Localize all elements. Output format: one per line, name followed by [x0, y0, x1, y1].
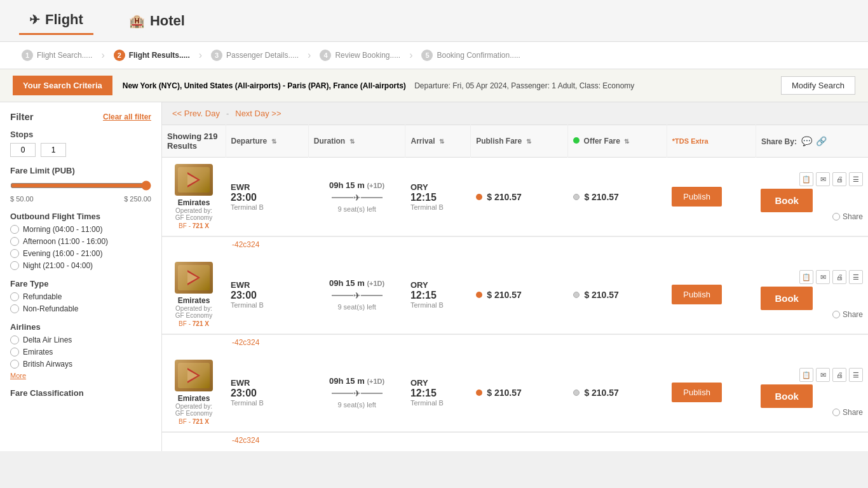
arrival-sort-icon[interactable]: ⇅ — [439, 138, 444, 145]
share-icon-list-1[interactable]: ☰ — [849, 270, 863, 284]
stops-max-input[interactable] — [41, 143, 66, 157]
publish-button-2[interactable]: Publish — [672, 383, 722, 402]
step-3[interactable]: 3 Passenger Details..... — [202, 47, 308, 64]
time-night-radio[interactable] — [10, 261, 19, 270]
next-day-link[interactable]: Next Day >> — [235, 109, 281, 118]
duration-sort-icon[interactable]: ⇅ — [349, 138, 355, 145]
fare-classification-section: Fare Classification — [10, 388, 151, 398]
plane-icon-2: ✈ — [353, 388, 361, 398]
airline-delta[interactable]: Delta Air Lines — [10, 336, 151, 344]
share-radio-row-0[interactable]: Share — [761, 212, 863, 221]
flight-tab[interactable]: ✈ Flight — [19, 6, 93, 35]
fare-refundable-radio[interactable] — [10, 292, 19, 301]
offer-dot-0 — [573, 194, 580, 200]
book-button-2[interactable]: Book — [761, 384, 813, 408]
main-layout: Filter Clear all filter Stops Fare Limit… — [0, 102, 868, 451]
share-icon-print-2[interactable]: 🖨 — [832, 368, 846, 382]
col-departure-label: Departure — [231, 137, 268, 146]
time-morning[interactable]: Morning (04:00 - 11:00) — [10, 225, 151, 234]
share-icon-copy-0[interactable]: 📋 — [799, 172, 813, 186]
publish-button-1[interactable]: Publish — [672, 285, 722, 304]
share-icon-print-1[interactable]: 🖨 — [832, 270, 846, 284]
fare-non-refundable-radio[interactable] — [10, 304, 19, 313]
airline-logo-1 — [175, 262, 213, 294]
time-afternoon-radio[interactable] — [10, 237, 19, 246]
col-airline: Showing 219 Results — [162, 125, 226, 158]
airline-british[interactable]: British Airways — [10, 360, 151, 369]
share-radio-1[interactable] — [832, 311, 840, 318]
dep-airport-2: EWR — [231, 378, 303, 388]
airline-delta-radio[interactable] — [10, 336, 19, 344]
col-publish-fare[interactable]: Publish Fare ⇅ — [471, 125, 568, 158]
col-departure[interactable]: Departure ⇅ — [226, 125, 308, 158]
duration-cell-1: 09h 15 m (+1D) ✈ 9 seat(s) left — [308, 255, 405, 334]
book-button-1[interactable]: Book — [761, 287, 813, 310]
duration-cell-0: 09h 15 m (+1D) ✈ 9 seat(s) left — [308, 158, 405, 237]
step-2[interactable]: 2 Flight Results..... — [105, 47, 199, 64]
share-icon-print-0[interactable]: 🖨 — [832, 172, 846, 186]
flight-tag-0[interactable]: -42c324 — [232, 240, 259, 249]
step-1[interactable]: 1 Flight Search..... — [13, 47, 101, 64]
share-icon-mail-2[interactable]: ✉ — [816, 368, 830, 382]
share-icon-mail-0[interactable]: ✉ — [816, 172, 830, 186]
col-arrival[interactable]: Arrival ⇅ — [405, 125, 471, 158]
dep-time-2: 23:00 — [231, 388, 303, 399]
stops-section: Stops — [10, 130, 151, 157]
airline-logo-inner-1 — [178, 265, 210, 290]
step-5[interactable]: 5 Booking Confirmation..... — [412, 47, 529, 64]
share-icon-list-0[interactable]: ☰ — [849, 172, 863, 186]
criteria-route: New York (NYC), United States (All-airpo… — [123, 81, 406, 90]
share-icon-mail-1[interactable]: ✉ — [816, 270, 830, 284]
share-icon-list-2[interactable]: ☰ — [849, 368, 863, 382]
hotel-tab-label: Hotel — [150, 13, 185, 29]
offer-fare-sort-icon[interactable]: ⇅ — [624, 138, 629, 145]
share-icon-copy-1[interactable]: 📋 — [799, 270, 813, 284]
share-radio-0[interactable] — [832, 213, 840, 220]
share-radio-row-1[interactable]: Share — [761, 310, 863, 319]
modify-search-button[interactable]: Modify Search — [781, 76, 855, 95]
departure-sort-icon[interactable]: ⇅ — [271, 138, 276, 145]
airline-emirates[interactable]: Emirates — [10, 348, 151, 356]
flight-tag-2[interactable]: -42c324 — [232, 436, 259, 445]
airlines-more[interactable]: More — [10, 372, 151, 379]
time-morning-radio[interactable] — [10, 225, 19, 234]
book-share-cell-0: 📋 ✉ 🖨 ☰ Book Share — [756, 158, 868, 237]
clear-all-filter[interactable]: Clear all filter — [103, 112, 151, 121]
stops-min-input[interactable] — [10, 143, 36, 157]
prev-day-link[interactable]: << Prev. Day — [172, 109, 220, 118]
step-4[interactable]: 4 Review Booking..... — [311, 47, 409, 64]
publish-fare-sort-icon[interactable]: ⇅ — [526, 138, 531, 145]
col-tds-extra: *TDS Extra — [667, 125, 756, 158]
publish-button-0[interactable]: Publish — [672, 187, 722, 207]
share-icon-copy-2[interactable]: 📋 — [799, 368, 813, 382]
time-evening[interactable]: Evening (16:00 - 21:00) — [10, 249, 151, 258]
whatsapp-icon[interactable]: 💬 — [801, 136, 812, 146]
share-radio-2[interactable] — [832, 409, 840, 416]
fare-non-refundable[interactable]: Non-Refundable — [10, 304, 151, 313]
col-offer-fare-label: Offer Fare — [584, 137, 620, 146]
publish-fare-cell-1: $ 210.57 — [471, 255, 568, 334]
step-3-num: 3 — [211, 50, 222, 61]
airline-british-radio[interactable] — [10, 360, 19, 369]
share-radio-row-2[interactable]: Share — [761, 408, 863, 417]
fare-min: $ 50.00 — [10, 195, 34, 203]
airline-emirates-radio[interactable] — [10, 348, 19, 356]
time-night[interactable]: Night (21:00 - 04:00) — [10, 261, 151, 270]
flight-tag-1[interactable]: -42c324 — [232, 338, 259, 347]
time-afternoon[interactable]: Afternoon (11:00 - 16:00) — [10, 237, 151, 246]
arr-terminal-1: Terminal B — [410, 301, 466, 309]
fare-slider[interactable] — [10, 180, 151, 191]
arr-airport-2: ORY — [410, 378, 466, 388]
fare-refundable[interactable]: Refundable — [10, 292, 151, 301]
share-link-icon[interactable]: 🔗 — [816, 136, 827, 146]
offer-dot-2 — [573, 390, 580, 396]
airline-operated-1: Operated by: — [167, 305, 220, 312]
duration-line-left-1 — [332, 295, 353, 296]
col-duration[interactable]: Duration ⇅ — [308, 125, 405, 158]
book-button-0[interactable]: Book — [761, 189, 813, 212]
airline-economy-0: GF Economy — [167, 214, 220, 221]
share-icons-0: 📋 ✉ 🖨 ☰ — [761, 172, 863, 186]
col-offer-fare[interactable]: Offer Fare ⇅ — [568, 125, 667, 158]
time-evening-radio[interactable] — [10, 249, 19, 258]
hotel-tab[interactable]: 🏨 Hotel — [119, 8, 195, 34]
